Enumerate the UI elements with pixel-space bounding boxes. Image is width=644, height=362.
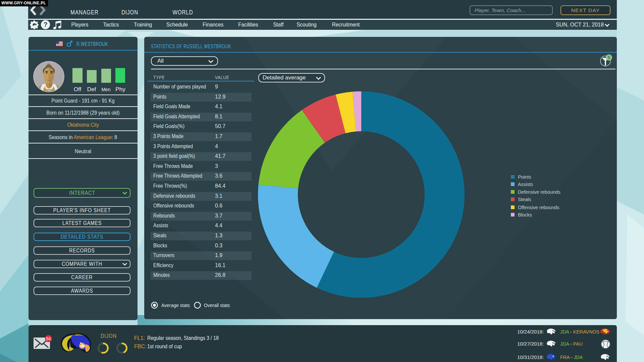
svg-text:54: 54 (46, 337, 51, 341)
svg-text:5: 5 (608, 55, 610, 60)
